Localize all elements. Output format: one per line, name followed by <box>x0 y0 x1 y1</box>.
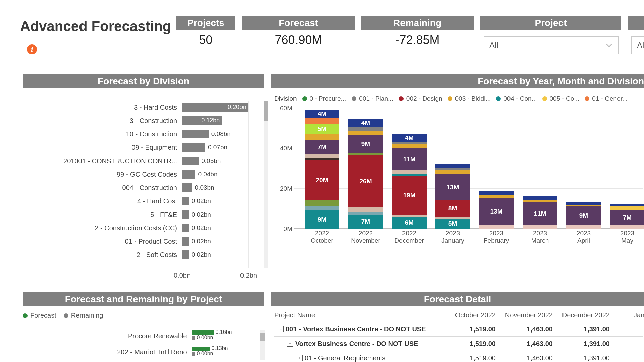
bar-label: 09 - Equipment <box>23 144 182 152</box>
ytick: 60M <box>276 105 292 112</box>
stack-segment: 7M <box>348 215 383 229</box>
table-row[interactable]: −001 - Vortex Business Centre - DO NOT U… <box>274 322 643 336</box>
xtick-0p2: 0.2bn <box>240 272 257 279</box>
bar: 0.12bn <box>182 116 222 125</box>
legend-item[interactable]: 0 - Procure... <box>302 95 346 102</box>
project-label: Procore Renewable <box>23 332 192 340</box>
chart-forecast-by-month[interactable]: Division 0 - Procure...001 - Plan...002 … <box>274 94 643 282</box>
stack-segment <box>566 202 601 205</box>
stack-segment <box>435 217 470 219</box>
cell: 1,519.00 <box>442 325 499 333</box>
legend-forecast-label: Forecast <box>30 312 56 319</box>
cell: 1,463.00 <box>499 340 556 348</box>
bar-row[interactable]: 201001 - CONSTRUCTION CONTR...0.05bn <box>23 154 264 168</box>
bar-row[interactable]: 004 - Construction0.03bn <box>23 181 264 194</box>
bar-label: 004 - Construction <box>23 184 182 192</box>
bar-value: 0.03bn <box>192 184 214 191</box>
legend-item[interactable]: 001 - Plan... <box>352 95 393 102</box>
slicer-2[interactable]: All <box>631 36 644 54</box>
bar <box>182 183 192 192</box>
legend-item[interactable]: 01 - Gener... <box>585 95 628 102</box>
legend-dot-icon <box>399 96 404 101</box>
bar-value: 0.04bn <box>195 171 217 178</box>
plot-area: 0M20M40M60M9M20M7M5M4M7M26M9M4M6M19M11M4… <box>294 108 643 229</box>
slicer-project[interactable]: All <box>484 36 619 54</box>
stack-segment <box>610 206 644 210</box>
legend-text: 0 - Procure... <box>310 95 346 102</box>
legend-item[interactable]: 005 - Co... <box>542 95 580 102</box>
stack-segment: 26M <box>348 155 383 207</box>
panel-header-division: Forecast by Division <box>23 74 264 88</box>
bar <box>182 237 189 246</box>
bar-row[interactable]: 5 - FF&E0.02bn <box>23 208 264 221</box>
bar-row[interactable]: 10 - Construction0.08bn <box>23 127 264 141</box>
project-row[interactable]: Procore Renewable0.16bn0.00bn <box>23 328 264 344</box>
legend-text: 001 - Plan... <box>359 95 393 102</box>
legend-text: 01 - Gener... <box>592 95 628 102</box>
gridline <box>294 148 643 148</box>
chart-forecast-remaining-project[interactable]: Procore Renewable0.16bn0.00bn202 - Marri… <box>23 328 264 362</box>
table-row[interactable]: −Vortex Business Centre - DO NOT USE1,51… <box>274 336 643 351</box>
table-forecast-detail[interactable]: Project Name October 2022 November 2022 … <box>274 308 643 362</box>
chart-forecast-by-division[interactable]: 3 - Hard Costs0.20bn3 - Construction0.12… <box>23 94 264 282</box>
bar-row[interactable]: 01 - Product Cost0.02bn <box>23 235 264 248</box>
legend-item[interactable]: 002 - Design <box>399 95 442 102</box>
collapse-icon[interactable]: − <box>278 326 284 332</box>
kpi-remaining-header: Remaining <box>361 16 474 30</box>
row-name: Vortex Business Centre - DO NOT USE <box>295 340 418 348</box>
page-title: Advanced Forecasting <box>20 18 171 35</box>
project-row[interactable]: 202 - Marriott Int'l Reno0.13bn0.00bn <box>23 345 264 360</box>
stack-segment <box>348 212 383 215</box>
stack-segment <box>392 142 427 144</box>
stack-segment: 5M <box>435 219 470 229</box>
table-row[interactable]: +01 - General Requirements1,519.001,463.… <box>274 351 643 362</box>
stack-segment: 13M <box>479 198 514 225</box>
bar-row[interactable]: 09 - Equipment0.07bn <box>23 141 264 154</box>
stack-segment <box>523 200 557 202</box>
stack-segment <box>566 225 601 229</box>
stack-segment <box>435 164 470 168</box>
legend-item[interactable]: 003 - Biddi... <box>448 95 491 102</box>
kpi-remaining-value: -72.85M <box>361 33 474 47</box>
row-name: 001 - Vortex Business Centre - DO NOT US… <box>286 325 426 333</box>
scrollbar[interactable] <box>264 101 268 268</box>
kpi-projects-value: 50 <box>176 33 235 47</box>
bar-label: 5 - FF&E <box>23 211 182 219</box>
scrollbar[interactable] <box>260 330 265 360</box>
stack-segment: 20M <box>305 160 339 200</box>
cell: 1,519.00 <box>442 340 499 348</box>
scrollbar-thumb[interactable] <box>260 333 265 341</box>
legend-dot-icon <box>448 96 452 101</box>
expand-icon[interactable]: + <box>297 355 303 361</box>
bar <box>182 143 205 152</box>
collapse-icon[interactable]: − <box>287 341 293 347</box>
bar-value: 0.02bn <box>189 251 211 258</box>
bar-row[interactable]: 2 - Construction Costs (CC)0.02bn <box>23 221 264 235</box>
bar-row[interactable]: 3 - Construction0.12bn <box>23 114 264 127</box>
legend-dot-icon <box>352 96 356 101</box>
stack-segment <box>479 191 514 195</box>
stack-segment <box>392 170 427 174</box>
bar-row[interactable]: 2 - Soft Costs0.02bn <box>23 248 264 261</box>
bar <box>182 250 189 259</box>
legend-title: Division <box>274 95 297 102</box>
cell: 1,30 <box>613 354 644 362</box>
stack-segment <box>305 154 339 158</box>
bar-label: 3 - Hard Costs <box>23 104 182 111</box>
stack-segment <box>392 215 427 217</box>
bar-row[interactable]: 99 - GC Cost Codes0.04bn <box>23 168 264 181</box>
legend-item[interactable]: 004 - Con... <box>496 95 537 102</box>
bar-row[interactable]: 4 - Hard Cost0.02bn <box>23 194 264 208</box>
forecast-value: 0.13bn <box>212 345 228 351</box>
col-oct22: October 2022 <box>442 311 499 319</box>
x-category: 2023January <box>431 230 475 244</box>
scrollbar-thumb[interactable] <box>264 101 268 121</box>
bar-row[interactable]: 3 - Hard Costs0.20bn <box>23 101 264 114</box>
info-icon[interactable]: i <box>27 44 37 54</box>
x-category: 2022November <box>344 230 387 244</box>
bar <box>182 210 189 219</box>
bar-value: 0.02bn <box>189 197 211 205</box>
remaining-value: 0.00bn <box>197 351 213 357</box>
stack-segment <box>305 206 339 210</box>
legend-dot-icon <box>585 96 589 101</box>
